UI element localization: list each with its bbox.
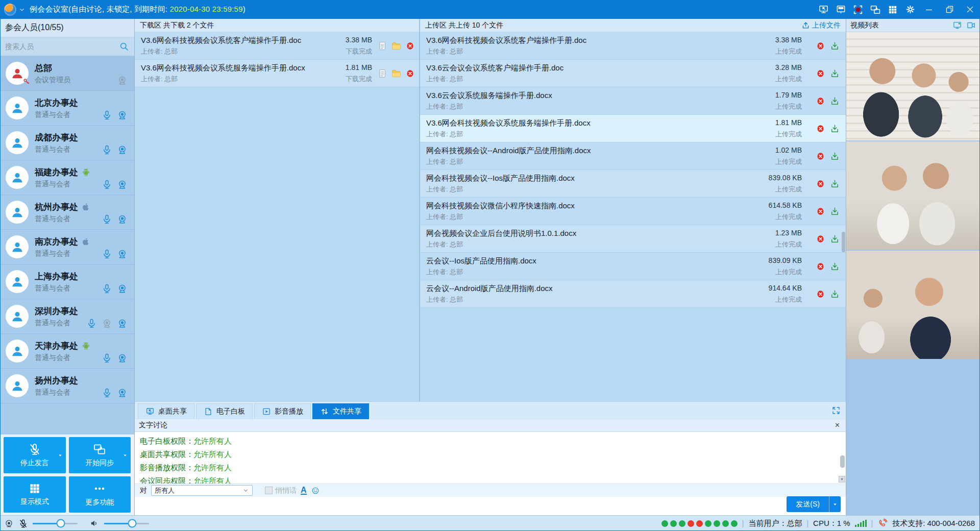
upload-file-row[interactable]: V3.6云会议系统服务端操作手册.docx 上传者: 总部 1.79 MB 上传… xyxy=(420,87,846,115)
mic-icon[interactable] xyxy=(102,388,112,398)
delete-icon[interactable] xyxy=(816,206,825,216)
mic-muted-icon[interactable] xyxy=(18,519,28,528)
download-icon[interactable] xyxy=(830,234,840,244)
delete-icon[interactable] xyxy=(816,151,825,161)
participant-row-tianjin[interactable]: 天津办事处 普通与会者 xyxy=(0,334,134,369)
download-file-row[interactable]: V3.6网会科技视频会议系统服务端操作手册.docx 上传者: 总部 1.81 … xyxy=(135,60,419,87)
download-icon[interactable] xyxy=(830,96,840,106)
speaker-icon[interactable] xyxy=(89,518,100,528)
open-file-icon[interactable] xyxy=(378,68,387,78)
send-options-caret[interactable] xyxy=(829,496,841,512)
video-thumbnail-3[interactable] xyxy=(846,251,980,359)
participant-row-fujian[interactable]: 福建办事处 普通与会者 xyxy=(0,160,134,195)
download-icon[interactable] xyxy=(830,68,840,78)
delete-icon[interactable] xyxy=(816,41,825,51)
display-mode-button[interactable]: 显示模式 xyxy=(4,476,66,513)
delete-icon[interactable] xyxy=(816,261,825,271)
download-icon[interactable] xyxy=(830,206,840,216)
participant-row-hangzhou[interactable]: 杭州办事处 普通与会者 xyxy=(0,195,134,230)
webcam-status-icon[interactable] xyxy=(4,519,14,528)
download-file-row[interactable]: V3.6网会科技视频会议系统客户端操作手册.doc 上传者: 总部 3.38 M… xyxy=(135,32,419,60)
message-input[interactable] xyxy=(138,499,754,513)
dropdown-caret-icon[interactable] xyxy=(57,452,63,458)
chat-messages[interactable]: 电子白板权限：允许所有人 桌面共享权限：允许所有人 影音播放权限：允许所有人 会… xyxy=(135,432,846,484)
video-camera-icon[interactable] xyxy=(966,20,976,30)
camera-icon[interactable] xyxy=(117,179,128,190)
start-sync-button[interactable]: 开始同步 xyxy=(69,437,131,473)
delete-icon[interactable] xyxy=(405,68,415,78)
upload-file-row[interactable]: 网会视频会议企业后台使用说明书1.0.1.docx 上传者: 总部 1.23 M… xyxy=(420,225,846,253)
download-icon[interactable] xyxy=(830,41,840,51)
download-icon[interactable] xyxy=(830,261,840,271)
video-thumbnail-1[interactable] xyxy=(846,32,980,140)
delete-icon[interactable] xyxy=(405,41,415,51)
participant-row-yangzhou[interactable]: 扬州办事处 普通与会者 xyxy=(0,369,134,403)
download-icon[interactable] xyxy=(830,151,840,161)
mic-icon[interactable] xyxy=(102,144,112,155)
tab-desktop-share[interactable]: 桌面共享 xyxy=(138,403,194,419)
stop-speaking-button[interactable]: 停止发言 xyxy=(4,437,66,473)
layout-grid-icon[interactable] xyxy=(884,2,901,17)
upload-file-row[interactable]: V3.6云会议会议系统客户端操作手册.doc 上传者: 总部 3.28 MB 上… xyxy=(420,60,846,87)
search-icon[interactable] xyxy=(119,41,129,52)
dropdown-caret-icon[interactable] xyxy=(122,452,128,458)
upload-file-row[interactable]: V3.6网会科技视频会议系统客户端操作手册.doc 上传者: 总部 3.38 M… xyxy=(420,32,846,60)
upload-file-button[interactable]: 上传文件 xyxy=(801,21,841,30)
mic-icon[interactable] xyxy=(102,283,112,294)
camera-icon[interactable] xyxy=(117,283,128,294)
delete-icon[interactable] xyxy=(816,234,825,244)
whiteboard-panel-icon[interactable] xyxy=(832,2,849,17)
open-folder-icon[interactable] xyxy=(391,68,402,79)
upload-file-row[interactable]: 云会议--Ios版产品使用指南.docx 上传者: 总部 839.09 KB 上… xyxy=(420,253,846,280)
participant-row-beijing[interactable]: 北京办事处 普通与会者 xyxy=(0,91,134,126)
camera-icon[interactable] xyxy=(117,110,128,120)
open-file-icon[interactable] xyxy=(378,41,387,51)
chat-close-icon[interactable]: × xyxy=(833,421,842,429)
video-layout-icon[interactable] xyxy=(952,20,962,30)
delete-icon[interactable] xyxy=(816,124,825,133)
upload-file-row[interactable]: 网会科技视频会议--Android版产品使用指南.docx 上传者: 总部 1.… xyxy=(420,142,846,170)
speaker-volume-slider[interactable] xyxy=(104,523,149,524)
camera-icon[interactable] xyxy=(117,318,128,329)
expand-panel-icon[interactable] xyxy=(831,406,841,415)
chat-scroll-down-icon[interactable]: ▼ xyxy=(839,476,845,482)
delete-icon[interactable] xyxy=(816,96,825,106)
emoji-icon[interactable] xyxy=(311,486,320,495)
participant-row-nanjing[interactable]: 南京办事处 普通与会者 xyxy=(0,230,134,264)
settings-gear-icon[interactable] xyxy=(901,2,919,17)
download-icon[interactable] xyxy=(830,124,840,133)
upload-file-row[interactable]: 云会议--Android版产品使用指南.docx 上传者: 总部 914.64 … xyxy=(420,280,846,308)
mic-icon[interactable] xyxy=(86,318,97,329)
camera-icon[interactable] xyxy=(117,144,128,155)
chat-scrollbar[interactable] xyxy=(840,455,845,468)
search-bar[interactable] xyxy=(0,37,134,56)
participant-row-shenzhen[interactable]: 深圳办事处 普通与会者 xyxy=(0,299,134,334)
mic-volume-slider[interactable] xyxy=(33,523,78,524)
delete-icon[interactable] xyxy=(816,68,825,78)
more-functions-button[interactable]: 更多功能 xyxy=(69,476,131,513)
recipient-select[interactable]: 所有人 xyxy=(151,485,253,496)
app-menu-chevron-icon[interactable] xyxy=(18,6,26,13)
upload-file-row[interactable]: 网会科技视频会议--Ios版产品使用指南.docx 上传者: 总部 839.08… xyxy=(420,170,846,198)
font-style-button[interactable]: A xyxy=(301,486,307,495)
upload-file-row[interactable]: 网会科技视频会议微信小程序快速指南.docx 上传者: 总部 614.58 KB… xyxy=(420,198,846,225)
mic-icon[interactable] xyxy=(102,353,112,364)
mic-icon[interactable] xyxy=(102,249,112,259)
mic-icon[interactable] xyxy=(102,110,112,120)
participant-row-hq[interactable]: 总部 会议管理员 xyxy=(0,56,134,91)
screen-share-icon[interactable] xyxy=(815,2,832,17)
participant-row-chengdu[interactable]: 成都办事处 普通与会者 xyxy=(0,126,134,160)
open-folder-icon[interactable] xyxy=(391,40,402,51)
restore-button[interactable] xyxy=(939,2,960,17)
upload-file-row-selected[interactable]: V3.6网会科技视频会议系统服务端操作手册.docx 上传者: 总部 1.81 … xyxy=(420,115,846,142)
send-button[interactable]: 发送(S) xyxy=(787,496,841,512)
download-icon[interactable] xyxy=(830,179,840,188)
close-button[interactable] xyxy=(960,2,980,17)
tab-whiteboard[interactable]: 电子白板 xyxy=(196,403,253,419)
camera-icon[interactable] xyxy=(117,388,128,398)
tab-file-share[interactable]: 文件共享 xyxy=(312,403,369,419)
sync-screens-icon[interactable] xyxy=(867,2,884,17)
search-input[interactable] xyxy=(0,42,119,51)
video-thumbnail-2[interactable] xyxy=(846,141,980,250)
camera-icon[interactable] xyxy=(117,214,128,225)
